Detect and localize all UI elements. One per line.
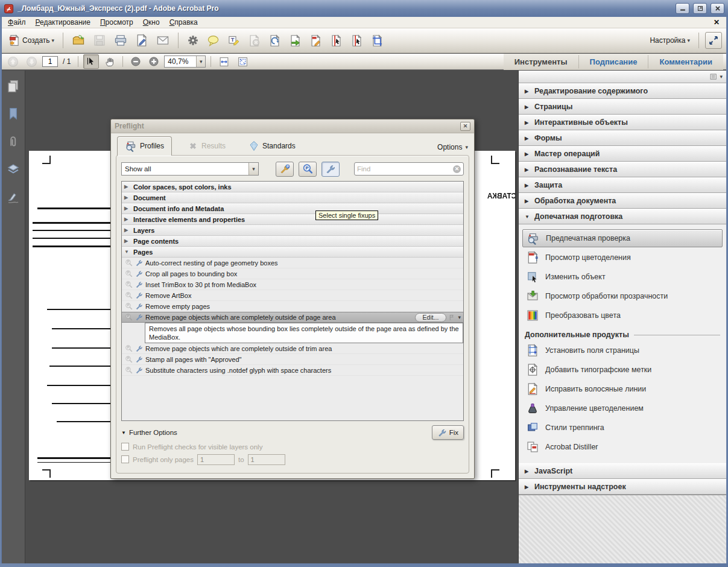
reading-mode-button[interactable] <box>705 32 722 49</box>
tool-fix-hairlines[interactable]: Исправить волосяные линии <box>522 380 723 398</box>
tab-standards[interactable]: Standards <box>241 138 303 155</box>
clear-search-icon[interactable]: ✕ <box>453 165 461 173</box>
fix-button[interactable]: Fix <box>432 425 464 440</box>
show-filter-combo[interactable]: Show all ▾ <box>121 162 259 176</box>
zoom-level-combo[interactable]: 40,7% ▾ <box>164 55 206 68</box>
fixup-row-selected[interactable]: Remove page objects which are completely… <box>122 312 463 323</box>
open-button[interactable] <box>69 32 87 49</box>
sign-button[interactable] <box>133 32 151 49</box>
menu-view[interactable]: Просмотр <box>96 17 138 28</box>
fixup-row[interactable]: Stamp all pages with "Approved" <box>122 354 463 365</box>
fixup-category[interactable]: ▶Page contents <box>122 236 463 247</box>
menu-help[interactable]: Справка <box>165 17 202 28</box>
flag-icon[interactable] <box>448 314 456 322</box>
fixup-row[interactable]: Remove ArtBox <box>122 290 463 301</box>
comment-panel-button[interactable]: Комментарии <box>648 54 723 70</box>
email-button[interactable] <box>154 32 172 49</box>
fixup-row[interactable]: Inset TrimBox to 30 pt from MediaBox <box>122 279 463 290</box>
close-button[interactable] <box>711 3 724 14</box>
section-print-production[interactable]: ▼Допечатная подготовка <box>519 209 726 224</box>
options-menu-button[interactable]: Options ▾ <box>437 143 468 155</box>
find-box[interactable]: ✕ <box>354 162 464 176</box>
tab-profiles[interactable]: Profiles <box>117 136 172 156</box>
maximize-button[interactable] <box>693 3 707 14</box>
menu-window[interactable]: Окно <box>139 17 164 28</box>
attachments-paperclip-icon[interactable] <box>6 135 21 149</box>
page-number-input[interactable] <box>42 56 58 67</box>
section-addon-tools[interactable]: ▶Инструменты надстроек <box>519 479 726 495</box>
bookmarks-icon[interactable] <box>6 107 21 121</box>
section-forms[interactable]: ▶Формы <box>519 130 726 146</box>
comment-button[interactable] <box>204 33 222 49</box>
tool-preflight[interactable]: Предпечатная проверка <box>522 229 723 247</box>
fixup-row[interactable]: Remove page objects which are completely… <box>122 343 463 354</box>
fixup-category[interactable]: ▶Layers <box>122 225 463 236</box>
page-tool-button[interactable] <box>328 33 345 49</box>
scrolling-mode-button[interactable] <box>216 54 232 69</box>
caret-down-icon[interactable]: ▾ <box>458 314 461 320</box>
fixup-row[interactable]: Substitute characters using .notdef glyp… <box>122 365 463 376</box>
edit-document-button[interactable] <box>307 33 324 49</box>
fixup-row[interactable]: Crop all pages to bounding box <box>122 268 463 279</box>
preflight-title-bar[interactable]: Preflight ✕ <box>111 119 474 133</box>
select-single-checks-button[interactable] <box>299 162 317 177</box>
tools-panel-button[interactable]: Инструменты <box>504 54 578 70</box>
caret-down-icon[interactable]: ▾ <box>720 74 723 80</box>
minimize-button[interactable] <box>676 3 689 14</box>
tool-acrobat-distiller[interactable]: Acrobat Distiller <box>522 438 723 456</box>
section-content-editing[interactable]: ▶Редактирование содержимого <box>519 83 726 99</box>
preferences-button[interactable] <box>185 33 201 48</box>
print-button[interactable] <box>112 32 130 49</box>
menu-edit[interactable]: Редактирование <box>31 17 95 28</box>
layers-icon[interactable] <box>6 162 21 177</box>
highlight-text-button[interactable] <box>225 33 242 49</box>
section-protection[interactable]: ▶Защита <box>519 177 726 193</box>
further-options-toggle[interactable]: ▼ Further Options <box>121 429 177 436</box>
zoom-in-button[interactable] <box>146 54 162 69</box>
combo-caret-button[interactable]: ▾ <box>248 163 258 175</box>
fixup-category[interactable]: ▶Interactive elements and properties <box>122 214 463 225</box>
tool-set-page-boxes[interactable]: Установить поля страницы <box>522 341 723 360</box>
select-tool-button[interactable] <box>83 54 99 69</box>
hand-tool-button[interactable] <box>101 54 118 69</box>
create-pdf-button[interactable]: Создать ▾ <box>6 33 57 48</box>
fixup-row[interactable]: Auto-correct nesting of page geometry bo… <box>122 258 463 268</box>
tool-convert-colors[interactable]: Преобразовать цвета <box>522 306 723 325</box>
rotate-pages-button[interactable] <box>266 33 283 49</box>
edit-fixup-button[interactable]: Edit... <box>415 313 447 322</box>
tool-ink-manager[interactable]: Управление цветоделением <box>522 399 723 417</box>
sign-panel-button[interactable]: Подписание <box>579 54 648 70</box>
page-thumbnails-icon[interactable] <box>6 79 21 93</box>
page-tool-2-button[interactable] <box>348 33 366 49</box>
document-close-button[interactable]: ✕ <box>709 18 724 27</box>
export-button[interactable] <box>286 33 304 49</box>
fixup-category-expanded[interactable]: ▼Pages <box>122 247 463 258</box>
fixup-category[interactable]: ▶Document info and Metadata <box>122 203 463 214</box>
find-input[interactable] <box>357 165 451 173</box>
tool-flattener-preview[interactable]: Просмотр обработки прозрачности <box>522 287 723 305</box>
preflight-close-button[interactable]: ✕ <box>460 122 470 131</box>
section-document-processing[interactable]: ▶Обработка документа <box>519 193 726 209</box>
fit-page-button[interactable] <box>235 54 251 69</box>
section-interactive-objects[interactable]: ▶Интерактивные объекты <box>519 115 726 130</box>
customize-button[interactable]: Настройка ▾ <box>647 34 692 46</box>
zoom-caret-button[interactable]: ▾ <box>196 56 205 67</box>
menu-file[interactable]: Файл <box>4 17 30 28</box>
tool-add-printer-marks[interactable]: Добавить типографские метки <box>522 361 723 379</box>
select-profiles-button[interactable] <box>276 162 294 177</box>
signatures-icon[interactable] <box>6 190 21 204</box>
select-single-fixups-button[interactable] <box>321 162 340 177</box>
tool-trap-presets[interactable]: Стили треппинга <box>522 419 723 437</box>
fixup-row[interactable]: Remove empty pages <box>122 301 463 312</box>
fixup-category[interactable]: ▶Color spaces, spot colors, inks <box>122 182 463 192</box>
section-javascript[interactable]: ▶JavaScript <box>519 463 726 479</box>
panel-menu-icon[interactable] <box>709 72 718 81</box>
section-text-recognition[interactable]: ▶Распознавание текста <box>519 162 726 177</box>
section-action-wizard[interactable]: ▶Мастер операций <box>519 146 726 162</box>
fixup-category[interactable]: ▶Document <box>122 192 463 203</box>
tool-output-preview[interactable]: Просмотр цветоделения <box>522 249 723 267</box>
zoom-out-button[interactable] <box>128 54 144 69</box>
crop-tool-button[interactable] <box>369 33 386 49</box>
section-pages[interactable]: ▶Страницы <box>519 99 726 115</box>
tool-edit-object[interactable]: Изменить объект <box>522 268 723 286</box>
